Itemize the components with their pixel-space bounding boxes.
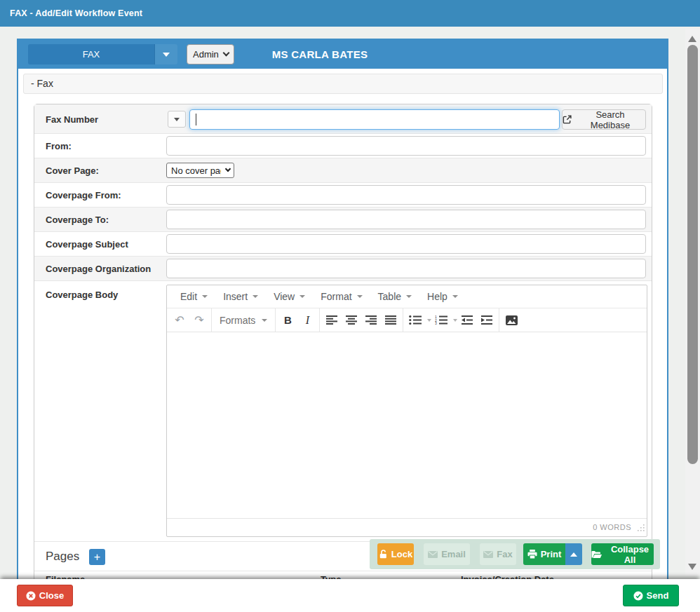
resize-grip-icon[interactable] (638, 522, 645, 534)
coverpage-subject-label: Coverpage Subject (46, 239, 128, 250)
richtext-editor: Edit Insert View Format Table Help ↶ ↷ F… (166, 285, 647, 537)
bullet-list-icon[interactable] (405, 311, 425, 330)
menu-view[interactable]: View (266, 287, 313, 306)
workflow-dialog: FAX Admin MS CARLA BATES - Fax Fax Numbe… (17, 39, 668, 579)
coverpage-from-input[interactable] (166, 185, 646, 205)
document-action-bar: Lock Email Fax Print (370, 539, 660, 569)
printer-icon (527, 550, 537, 559)
dialog-footer: Close Send (0, 579, 700, 612)
menu-insert[interactable]: Insert (215, 287, 266, 306)
align-right-icon[interactable] (361, 311, 381, 330)
coverpage-body-label: Coverpage Body (46, 290, 118, 300)
bold-icon[interactable]: B (278, 311, 297, 330)
files-table-header-row: Filename Type Invoice/Creation Date (34, 571, 652, 579)
caret-down-icon (262, 319, 267, 322)
send-button[interactable]: Send (623, 585, 679, 606)
undo-icon[interactable]: ↶ (170, 311, 189, 330)
align-left-icon[interactable] (322, 311, 342, 330)
form-row-coverpage-subject: Coverpage Subject (34, 232, 652, 257)
menu-edit[interactable]: Edit (173, 287, 215, 306)
scrollbar-thumb[interactable] (687, 45, 698, 464)
cover-page-select[interactable]: No cover page (166, 163, 234, 178)
section-collapse-indicator: - (31, 78, 34, 89)
column-header-invoice-creation-date: Invoice/Creation Date (461, 574, 554, 579)
formats-dropdown[interactable]: Formats (214, 311, 273, 330)
column-header-type: Type (321, 574, 341, 579)
dialog-header: FAX Admin MS CARLA BATES (18, 40, 667, 69)
fax-number-label: Fax Number (46, 114, 98, 124)
circle-check-icon (633, 591, 643, 601)
caret-up-icon (570, 552, 577, 557)
caret-down-icon (299, 295, 305, 298)
section-title: Fax (37, 78, 53, 89)
caret-down-icon (202, 295, 208, 298)
outdent-icon[interactable] (457, 311, 477, 330)
coverpage-subject-input[interactable] (166, 234, 646, 254)
menu-format[interactable]: Format (313, 287, 370, 306)
fax-section-header[interactable]: - Fax (23, 74, 663, 94)
print-button[interactable]: Print (523, 543, 565, 565)
align-justify-icon[interactable] (381, 311, 401, 330)
align-center-icon[interactable] (342, 311, 361, 330)
caret-down-icon (406, 295, 412, 298)
coverpage-organization-label: Coverpage Organization (46, 264, 151, 274)
screen: FAX - Add/Edit Workflow Event FAX Admin … (0, 0, 700, 612)
form-row-coverpage-from: Coverpage From: (34, 183, 652, 208)
redo-icon[interactable]: ↷ (189, 311, 209, 330)
circle-x-icon (26, 591, 36, 601)
cover-page-select-wrap: No cover page (166, 163, 234, 178)
coverpage-organization-input[interactable] (166, 259, 646, 278)
print-button-group: Print (523, 543, 582, 565)
editor-statusbar: 0 WORDS (167, 518, 647, 536)
editor-toolbar: ↶ ↷ Formats B I (167, 308, 647, 332)
coverpage-to-input[interactable] (166, 210, 646, 229)
scroll-up-arrow-icon[interactable] (688, 36, 696, 42)
scroll-down-arrow-icon[interactable] (688, 564, 696, 570)
unlock-icon (379, 550, 388, 559)
numbered-list-icon[interactable]: 123 (431, 311, 451, 330)
form-row-cover-page: Cover Page: No cover page (34, 158, 652, 183)
editor-content-area[interactable] (167, 332, 647, 518)
column-header-filename: Filename (46, 574, 85, 579)
coverpage-to-label: Coverpage To: (46, 215, 109, 225)
close-button[interactable]: Close (17, 585, 73, 606)
pages-label: Pages (46, 550, 79, 564)
fax-form-panel: Fax Number Search Medibase From: Cover P… (34, 104, 652, 579)
add-page-button[interactable]: + (89, 549, 105, 565)
fax-number-input[interactable] (189, 109, 560, 130)
lock-button[interactable]: Lock (377, 543, 414, 565)
cover-page-label: Cover Page: (46, 165, 99, 176)
fax-number-dropdown-button[interactable] (168, 111, 186, 128)
from-label: From: (46, 141, 72, 151)
form-row-coverpage-to: Coverpage To: (34, 208, 652, 232)
insert-image-icon[interactable] (502, 311, 521, 330)
italic-icon[interactable]: I (297, 311, 317, 330)
svg-text:3: 3 (435, 321, 437, 325)
collapse-all-button[interactable]: Collapse All (591, 543, 654, 565)
email-button[interactable]: Email (424, 543, 470, 565)
search-medibase-button[interactable]: Search Medibase (562, 109, 646, 130)
external-link-icon (563, 115, 572, 124)
indent-icon[interactable] (477, 311, 497, 330)
caret-down-icon (357, 295, 363, 298)
from-input[interactable] (166, 136, 646, 156)
caret-down-icon (452, 295, 458, 298)
envelope-icon (428, 551, 438, 558)
menu-help[interactable]: Help (419, 287, 466, 306)
word-count: 0 WORDS (593, 523, 631, 531)
caret-down-icon (253, 295, 258, 298)
form-row-coverpage-body: Coverpage Body Edit Insert View Format T… (34, 281, 652, 542)
fax-button[interactable]: Fax (480, 543, 516, 565)
print-options-caret-button[interactable] (565, 543, 582, 565)
form-row-fax-number: Fax Number Search Medibase (34, 104, 652, 134)
vertical-scrollbar[interactable] (685, 29, 700, 576)
form-row-from: From: (34, 134, 652, 158)
search-medibase-label: Search Medibase (575, 109, 645, 130)
menu-table[interactable]: Table (370, 287, 419, 306)
envelope-icon (483, 551, 493, 558)
form-row-coverpage-organization: Coverpage Organization (34, 257, 652, 281)
text-cursor (196, 114, 196, 125)
window-title: FAX - Add/Edit Workflow Event (10, 8, 142, 18)
editor-menubar: Edit Insert View Format Table Help (167, 285, 647, 308)
patient-name: MS CARLA BATES (18, 40, 621, 69)
